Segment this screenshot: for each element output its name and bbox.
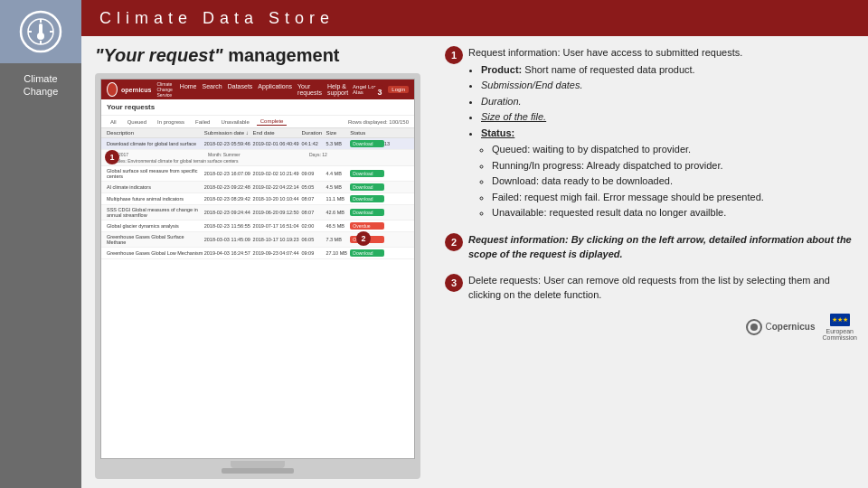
row-sub: 2018-03-03 11:45:09 — [204, 237, 253, 242]
info-text-1: Request information: User have access to… — [468, 45, 857, 221]
row-desc: Download climate for global land surface — [107, 141, 204, 146]
row-num: 13 — [384, 141, 409, 146]
info-num-3: 3 — [445, 274, 463, 292]
copernicus-logo: Copernicus — [746, 319, 815, 335]
row-sub: 2018-02-23 11:56:55 — [204, 223, 253, 229]
bullet-product: Product: Short name of requested data pr… — [481, 62, 857, 78]
right-panel: 1 Request information: User have access … — [434, 36, 868, 488]
row-sub: 2018-02-23 05:59:46 — [204, 141, 253, 146]
login-button[interactable]: Login — [388, 86, 409, 93]
row-desc: Global glacier dynamics analysis — [107, 223, 204, 229]
nav-applications[interactable]: Applications — [258, 83, 292, 96]
th-sub: Submission date ↓ — [204, 130, 253, 136]
row-desc: Multiphase future animal indicators — [107, 196, 204, 202]
status-badge: Download — [350, 249, 384, 257]
bullet-size: Size of the file. — [481, 109, 857, 125]
table-row: Al climate indicators 2018-02-23 09:22:4… — [101, 182, 414, 193]
nav-help[interactable]: Help & support — [327, 83, 353, 96]
row-size: 4.5 MB — [326, 184, 350, 190]
inner-tabs: All Queued In progress Failed Unavailabl… — [101, 116, 414, 128]
circled-num-2: 2 — [356, 231, 371, 246]
status-badge: Download — [350, 209, 384, 216]
bullet-duration: Duration. — [481, 94, 857, 109]
table-row: SSS CDGI Global measures of change in an… — [101, 205, 414, 221]
copernicus-text: Copernicus — [765, 322, 815, 332]
status-failed: Failed: request migh fail. Error message… — [492, 190, 857, 205]
tab-unavailable[interactable]: Unavailable — [217, 118, 252, 126]
inner-logo-circle — [107, 82, 118, 97]
row-size: 42.6 MB — [326, 210, 350, 215]
table-row: Download climate for global land surface… — [101, 138, 414, 150]
row-size: 7.3 MB — [326, 237, 350, 242]
table-row: Global glacier dynamics analysis 2018-02… — [101, 221, 414, 232]
monitor-container: opernicus Climate ChangeService Home Sea… — [95, 73, 420, 479]
info-block-2: 2 Request information: By clicking on th… — [445, 232, 857, 262]
monitor-base — [222, 468, 294, 474]
table-header: Description Submission date ↓ End date D… — [101, 128, 414, 138]
tab-failed[interactable]: Failed — [192, 118, 213, 126]
tab-all[interactable]: All — [107, 118, 120, 126]
info-title-1: Request information: User have access to… — [468, 47, 742, 58]
monitor-screen: opernicus Climate ChangeService Home Sea… — [100, 79, 415, 459]
row-dur: 06:05 — [301, 237, 326, 242]
row-desc: SSS CDGI Global measures of change in an… — [107, 207, 204, 218]
row-size: 4.4 MB — [326, 171, 350, 176]
copernicus-circle — [746, 319, 762, 335]
bullet-dates: Submission/End dates. — [481, 78, 857, 93]
row-detail: Year: 2017 Month: Summer Days: 12 Variab… — [101, 150, 414, 166]
row-end: 2019-07-17 16:51:04 — [253, 223, 302, 229]
inner-service-text: Climate ChangeService — [156, 81, 179, 98]
info-block-1: 1 Request information: User have access … — [445, 45, 857, 221]
row-dur: 09:09 — [301, 171, 326, 176]
info-num-2: 2 — [445, 233, 463, 251]
sidebar-logo — [0, 0, 81, 63]
row-desc: Greenhouse Gases Global Low Mechanism — [107, 250, 204, 256]
th-size: Size — [326, 130, 350, 136]
row-dur: 05:05 — [301, 184, 326, 190]
row-sub: 2018-02-23 16:07:09 — [204, 171, 253, 176]
tab-inprogress[interactable]: In progress — [154, 118, 188, 126]
circled-num-3: 3 — [373, 85, 387, 99]
row-dur: 02:00 — [301, 223, 326, 229]
filter-label: Rows displayed: 100/150 — [348, 119, 409, 125]
row-sub: 2018-02-23 09:22:48 — [204, 184, 253, 190]
th-desc: Description — [107, 130, 204, 136]
eu-logo: ★★★ EuropeanCommission — [822, 314, 857, 341]
row-desc: Greenhouse Gases Global Surface Methane — [107, 234, 204, 245]
status-running: Running/In progress: Already dispatched … — [492, 158, 857, 174]
nav-your-requests[interactable]: Your requests — [297, 83, 322, 96]
row-end: 2019-02-01 06:40:49 — [253, 141, 302, 146]
status-queued: Queued: waiting to by dispatched to prov… — [492, 142, 857, 157]
row-size: 46.5 MB — [326, 223, 350, 229]
circled-num-1: 1 — [105, 150, 119, 164]
inner-section-title: Your requests — [101, 99, 414, 116]
bullet-status: Status: Queued: waiting to by dispatched… — [481, 126, 857, 221]
sidebar: Climate Change — [0, 0, 81, 488]
detail-variables: Variables: Environmental climate for glo… — [107, 158, 409, 164]
eu-text: EuropeanCommission — [822, 328, 857, 341]
tab-complete[interactable]: Complete — [257, 117, 288, 126]
row-end: 2019-02-22 04:22:14 — [253, 184, 302, 190]
th-end: End date — [253, 130, 302, 136]
detail-month: Month: Summer — [208, 152, 307, 157]
page-heading: "Your request" management — [95, 45, 420, 66]
info-text-2: Request information: By clicking on the … — [468, 232, 857, 262]
row-sub: 2019-04-03 16:24:57 — [204, 250, 253, 256]
heading-italic: "Your request" — [95, 45, 223, 65]
row-dur: 09:09 — [301, 250, 326, 256]
detail-year: Year: 2017 — [107, 152, 206, 157]
row-size: 11.1 MB — [326, 196, 350, 202]
nav-search[interactable]: Search — [203, 83, 222, 96]
app-header-bar: Climate Data Store — [81, 0, 868, 36]
inner-nav: Home Search Datasets Applications Your r… — [180, 83, 353, 96]
status-download: Download: data ready to be downloaded. — [492, 174, 857, 189]
nav-home[interactable]: Home — [180, 83, 197, 96]
tab-queued[interactable]: Queued — [124, 118, 150, 126]
row-end: 2018-10-20 10:10:44 — [253, 196, 302, 202]
th-dur: Duration — [301, 130, 326, 136]
nav-datasets[interactable]: Datasets — [228, 83, 253, 96]
row-end: 2019-09-23 04:07:44 — [253, 250, 302, 256]
bottom-logos: Copernicus ★★★ EuropeanCommission — [445, 314, 857, 341]
info-text-3: Delete requests: User can remove old req… — [468, 273, 857, 303]
eu-stars: ★★★ — [832, 316, 848, 324]
